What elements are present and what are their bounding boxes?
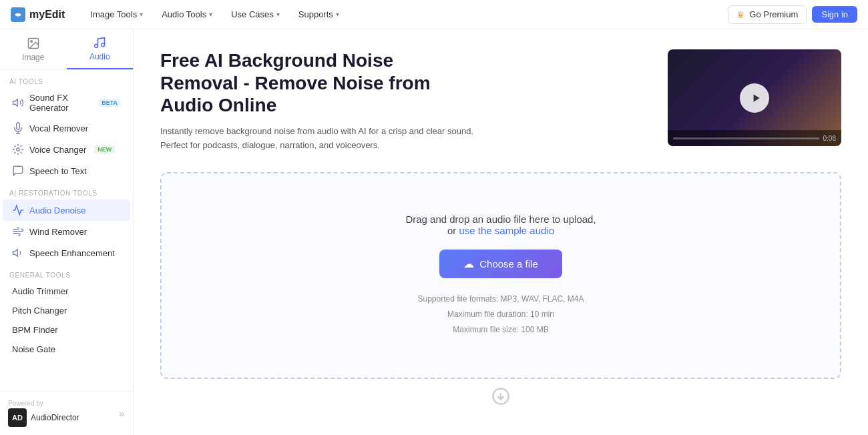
video-bar: 0:08 <box>668 130 841 146</box>
expand-icon[interactable]: » <box>119 408 125 420</box>
nav-supports[interactable]: Supports ▾ <box>292 5 346 23</box>
logo[interactable]: myEdit <box>11 7 65 22</box>
hero-title: Free AI Background Noise Removal - Remov… <box>160 49 648 117</box>
crown-icon: ♛ <box>736 9 745 20</box>
dropzone-text: Drag and drop an audio file here to uplo… <box>405 213 596 236</box>
nav-arrow-audio: ▾ <box>209 11 212 18</box>
svg-point-7 <box>17 148 20 151</box>
navbar: myEdit Image Tools ▾ Audio Tools ▾ Use C… <box>0 0 868 29</box>
sidebar-item-voice-changer[interactable]: Voice Changer NEW <box>3 139 130 160</box>
svg-marker-4 <box>13 99 18 107</box>
video-progress <box>673 137 819 139</box>
svg-marker-9 <box>753 94 759 101</box>
sidebar-tabs: Image Audio <box>0 29 133 70</box>
section-general: GENERAL TOOLS <box>0 264 133 282</box>
main-content: Free AI Background Noise Removal - Remov… <box>134 29 868 435</box>
powered-by-label: Powered by <box>8 400 79 407</box>
sidebar-item-speech-to-text[interactable]: Speech to Text <box>3 160 130 181</box>
video-time: 0:08 <box>823 135 836 142</box>
nav-use-cases[interactable]: Use Cases ▾ <box>224 5 286 23</box>
nav-arrow-supports: ▾ <box>336 11 339 18</box>
sidebar-bottom: Powered by AD AudioDirector » <box>0 391 133 435</box>
badge-beta: BETA <box>98 99 121 107</box>
section-ai-tools: AI TOOLS <box>0 70 133 88</box>
hero-section: Free AI Background Noise Removal - Remov… <box>160 49 841 152</box>
scroll-indicator <box>160 379 841 414</box>
tab-audio[interactable]: Audio <box>67 29 134 69</box>
sidebar-item-noise-gate[interactable]: Noise Gate <box>3 340 130 359</box>
sidebar-item-wind-remover[interactable]: Wind Remover <box>3 221 130 242</box>
partner-name: AudioDirector <box>31 413 79 422</box>
signin-button[interactable]: Sign in <box>812 6 857 23</box>
audiodirector-logo: AD <box>8 408 27 427</box>
nav-audio-tools[interactable]: Audio Tools ▾ <box>155 5 219 23</box>
sample-audio-link[interactable]: use the sample audio <box>459 225 554 236</box>
tab-image[interactable]: Image <box>0 29 67 69</box>
hero-video[interactable]: 0:08 <box>668 49 841 146</box>
badge-new: NEW <box>94 145 115 153</box>
hero-text: Free AI Background Noise Removal - Remov… <box>160 49 648 152</box>
svg-marker-8 <box>13 250 18 257</box>
sidebar-item-audio-denoise[interactable]: Audio Denoise <box>3 199 130 221</box>
nav-arrow-image: ▾ <box>140 11 143 18</box>
sidebar-item-speech-enhancement[interactable]: Speech Enhancement <box>3 242 130 264</box>
logo-text: myEdit <box>29 9 65 21</box>
nav-image-tools[interactable]: Image Tools ▾ <box>83 5 150 23</box>
svg-point-3 <box>101 43 105 47</box>
play-button[interactable] <box>740 83 769 113</box>
svg-point-2 <box>95 45 98 48</box>
sidebar-item-bpm-finder[interactable]: BPM Finder <box>3 320 130 340</box>
upload-icon: ☁ <box>463 258 474 270</box>
svg-point-1 <box>31 41 33 43</box>
choose-file-button[interactable]: ☁ Choose a file <box>439 250 562 278</box>
section-restoration: AI RESTORATION TOOLS <box>0 181 133 199</box>
main-layout: Image Audio AI TOOLS Sound FX Generator … <box>0 29 868 435</box>
hero-description: Instantly remove background noise from a… <box>160 125 481 153</box>
logo-icon <box>11 7 25 22</box>
sidebar: Image Audio AI TOOLS Sound FX Generator … <box>0 29 134 435</box>
dropzone[interactable]: Drag and drop an audio file here to uplo… <box>160 172 841 379</box>
nav-arrow-use-cases: ▾ <box>276 11 280 18</box>
sidebar-item-sound-fx[interactable]: Sound FX Generator BETA <box>3 88 130 117</box>
sidebar-item-audio-trimmer[interactable]: Audio Trimmer <box>3 282 130 301</box>
sidebar-item-pitch-changer[interactable]: Pitch Changer <box>3 301 130 320</box>
sidebar-item-vocal-remover[interactable]: Vocal Remover <box>3 117 130 139</box>
file-info: Supported file formats: MP3, WAV, FLAC, … <box>418 292 584 338</box>
premium-button[interactable]: ♛ Go Premium <box>728 5 807 24</box>
